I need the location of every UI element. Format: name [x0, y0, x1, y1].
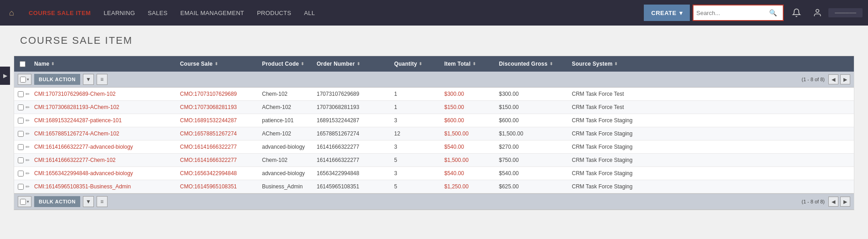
item-total-link-6[interactable]: $540.00 — [444, 170, 464, 177]
sort-order-number-icon[interactable]: ⬍ — [357, 62, 360, 66]
cell-name-6: CMI:16563422994848-advanced-biology — [31, 167, 176, 180]
filter-button[interactable]: ▼ — [83, 74, 94, 85]
sort-discounted-gross-icon[interactable]: ⬍ — [550, 62, 553, 66]
item-total-link-5[interactable]: $1,500.00 — [444, 157, 468, 163]
name-link-3[interactable]: CMI:16578851267274-AChem-102 — [34, 130, 119, 137]
cell-quantity-7: 5 — [390, 180, 441, 193]
bulk-action-button[interactable]: BULK ACTION — [34, 74, 80, 85]
create-button[interactable]: CREATE ▾ — [644, 5, 690, 21]
cell-order-number-4: 16141666322277 — [313, 140, 390, 153]
cell-order-number-3: 16578851267274 — [313, 127, 390, 140]
cell-course-sale-2: CMO:16891532244287 — [176, 114, 258, 127]
cell-item-total-6: $540.00 — [441, 167, 495, 180]
name-link-5[interactable]: CMI:16141666322277-Chem-102 — [34, 157, 116, 163]
name-link-6[interactable]: CMI:16563422994848-advanced-biology — [34, 170, 133, 177]
course-sale-link-7[interactable]: CMO:16145965108351 — [180, 183, 237, 190]
name-link-7[interactable]: CMI:16145965108351-Business_Admin — [34, 183, 131, 190]
bottom-bulk-checkbox[interactable] — [20, 199, 26, 205]
nav-learning[interactable]: LEARNING — [97, 10, 141, 16]
name-link-2[interactable]: CMI:16891532244287-patience-101 — [34, 117, 122, 124]
item-total-link-2[interactable]: $600.00 — [444, 117, 464, 124]
bottom-bulk-action-button[interactable]: BULK ACTION — [34, 196, 80, 207]
edit-icon-6[interactable]: ✏ — [26, 171, 30, 177]
bottom-pagination-info: (1 - 8 of 8) — [801, 199, 825, 204]
row-checkbox-0[interactable] — [18, 91, 24, 97]
row-checkbox-cell: ✏ — [14, 88, 31, 100]
col-header-product-code: Product Code ⬍ — [258, 56, 313, 72]
sort-item-total-icon[interactable]: ⬍ — [473, 62, 476, 66]
cell-quantity-3: 12 — [390, 127, 441, 140]
col-header-item-total: Item Total ⬍ — [441, 56, 495, 72]
bulk-checkbox-dropdown[interactable]: ▾ — [18, 74, 31, 85]
search-icon[interactable]: 🔍 — [769, 9, 777, 16]
nav-brand[interactable]: COURSE SALE ITEM — [22, 10, 98, 16]
prev-page-button[interactable]: ◀ — [828, 74, 838, 84]
bottom-bulk-checkbox-dropdown[interactable]: ▾ — [18, 196, 31, 207]
edit-icon-1[interactable]: ✏ — [26, 104, 30, 110]
item-total-link-7[interactable]: $1,250.00 — [444, 183, 468, 190]
row-checkbox-7[interactable] — [18, 184, 24, 190]
dropdown-arrow-icon: ▾ — [27, 77, 29, 82]
nav-sales[interactable]: SALES — [141, 10, 174, 16]
edit-icon-0[interactable]: ✏ — [26, 91, 30, 97]
row-checkbox-5[interactable] — [18, 157, 24, 163]
bottom-next-page-button[interactable]: ▶ — [840, 197, 850, 207]
table-row: ✏ CMI:17073107629689-Chem-102 CMO:170731… — [14, 88, 854, 101]
bulk-checkbox[interactable] — [20, 77, 26, 83]
page-title: COURSE SALE ITEM — [20, 35, 854, 47]
edit-icon-2[interactable]: ✏ — [26, 118, 30, 124]
item-total-link-1[interactable]: $150.00 — [444, 104, 464, 110]
name-link-4[interactable]: CMI:16141666322277-advanced-biology — [34, 144, 133, 150]
sort-product-code-icon[interactable]: ⬍ — [301, 62, 304, 66]
home-icon[interactable]: ⌂ — [5, 8, 18, 18]
row-checkbox-2[interactable] — [18, 118, 24, 124]
next-page-button[interactable]: ▶ — [840, 74, 850, 84]
nav-products[interactable]: PRODUCTS — [251, 10, 298, 16]
item-total-link-3[interactable]: $1,500.00 — [444, 130, 468, 137]
item-total-link-0[interactable]: $300.00 — [444, 91, 464, 97]
search-input[interactable] — [696, 10, 769, 16]
course-sale-link-5[interactable]: CMO:16141666322277 — [180, 157, 237, 163]
cell-name-4: CMI:16141666322277-advanced-biology — [31, 140, 176, 153]
course-sale-link-6[interactable]: CMO:16563422994848 — [180, 170, 237, 177]
cell-order-number-2: 16891532244287 — [313, 114, 390, 127]
nav-email-management[interactable]: EMAIL MANAGEMENT — [174, 10, 251, 16]
row-checkbox-1[interactable] — [18, 104, 24, 110]
item-total-link-4[interactable]: $540.00 — [444, 144, 464, 150]
name-link-1[interactable]: CMI:17073068281193-AChem-102 — [34, 104, 119, 110]
cell-product-code-5: Chem-102 — [258, 154, 313, 166]
navbar: ⌂ COURSE SALE ITEM LEARNING SALES EMAIL … — [0, 0, 868, 26]
cell-order-number-1: 17073068281193 — [313, 101, 390, 114]
sort-quantity-icon[interactable]: ⬍ — [419, 62, 422, 66]
cell-course-sale-0: CMO:17073107629689 — [176, 88, 258, 100]
user-icon[interactable] — [809, 5, 826, 21]
nav-all[interactable]: ALL — [298, 10, 321, 16]
notifications-icon[interactable] — [788, 5, 805, 21]
cell-quantity-1: 1 — [390, 101, 441, 114]
sort-source-system-icon[interactable]: ⬍ — [614, 62, 618, 66]
course-sale-link-0[interactable]: CMO:17073107629689 — [180, 91, 237, 97]
edit-icon-3[interactable]: ✏ — [26, 131, 30, 137]
pagination-info: (1 - 8 of 8) — [801, 77, 825, 82]
name-link-0[interactable]: CMI:17073107629689-Chem-102 — [34, 91, 116, 97]
list-view-button[interactable]: ≡ — [97, 74, 108, 85]
edit-icon-5[interactable]: ✏ — [26, 157, 30, 163]
bottom-filter-button[interactable]: ▼ — [83, 196, 94, 207]
sort-name-icon[interactable]: ⬍ — [51, 62, 55, 66]
bottom-list-view-button[interactable]: ≡ — [97, 196, 108, 207]
bottom-toolbar: ▾ BULK ACTION ▼ ≡ (1 - 8 of 8) ◀ ▶ — [14, 193, 854, 210]
row-checkbox-4[interactable] — [18, 144, 24, 150]
row-checkbox-3[interactable] — [18, 131, 24, 137]
course-sale-link-1[interactable]: CMO:17073068281193 — [180, 104, 237, 110]
course-sale-link-2[interactable]: CMO:16891532244287 — [180, 117, 237, 124]
select-all-checkbox[interactable] — [20, 61, 26, 67]
cell-course-sale-5: CMO:16141666322277 — [176, 154, 258, 166]
bottom-prev-page-button[interactable]: ◀ — [828, 197, 838, 207]
edit-icon-4[interactable]: ✏ — [26, 144, 30, 150]
bottom-filter-icon: ▼ — [86, 198, 91, 205]
sort-course-sale-icon[interactable]: ⬍ — [215, 62, 218, 66]
course-sale-link-4[interactable]: CMO:16141666322277 — [180, 144, 237, 150]
edit-icon-7[interactable]: ✏ — [26, 184, 30, 190]
course-sale-link-3[interactable]: CMO:16578851267274 — [180, 130, 237, 137]
row-checkbox-6[interactable] — [18, 171, 24, 177]
